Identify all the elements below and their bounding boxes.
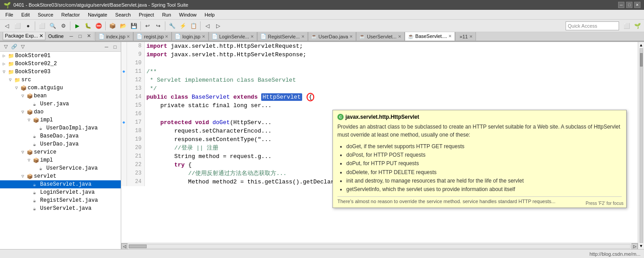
menu-item-search[interactable]: Search	[112, 11, 135, 18]
tree-item-3[interactable]: ▽📁src	[0, 76, 121, 84]
menu-item-navigate[interactable]: Navigate	[84, 11, 111, 18]
tab-close-3[interactable]: ✕	[250, 34, 254, 39]
tab-close-4[interactable]: ✕	[301, 34, 305, 39]
menu-item-edit[interactable]: Edit	[18, 11, 33, 18]
tree-item-5[interactable]: ▽📦bean	[0, 92, 121, 100]
bottom-scroll[interactable]: ◁ ▷	[121, 243, 638, 249]
toolbar-run-btn[interactable]: ▶	[72, 21, 82, 31]
tree-item-4[interactable]: ▽📦com.atguigu	[0, 84, 121, 92]
panel-close-btn[interactable]: ✕	[85, 32, 93, 40]
tab-close-8[interactable]: ✕	[469, 34, 473, 39]
editor-tab-5[interactable]: ☕UserDao.java✕	[308, 32, 357, 41]
toolbar-btn7[interactable]: 📦	[107, 21, 117, 31]
line-content-6[interactable]: public class BaseServlet extends HttpSer…	[144, 93, 638, 101]
tab-close-2[interactable]: ✕	[202, 34, 205, 39]
editor-tab-8[interactable]: »11✕	[455, 32, 476, 41]
line-content-5[interactable]: */	[144, 84, 638, 93]
sidebar-collapse-btn[interactable]: ▽	[2, 43, 10, 51]
toolbar-nav-fwd[interactable]: ▷	[213, 21, 223, 31]
sidebar-menu-btn[interactable]: ▽	[19, 43, 27, 51]
editor-tab-7[interactable]: ☕BaseServlet....✕	[405, 32, 455, 41]
toolbar-back-btn[interactable]: ◁	[2, 21, 12, 31]
editor-tab-0[interactable]: 📄index.jsp✕	[95, 32, 133, 41]
toolbar-btn10[interactable]: ↩	[143, 21, 152, 31]
title-bar-controls[interactable]: ─ □ ✕	[618, 2, 640, 8]
toolbar-btn2[interactable]: ●	[23, 21, 33, 31]
menu-item-help[interactable]: Help	[201, 11, 218, 18]
scroll-right-btn[interactable]: ▷	[632, 243, 638, 250]
right-scrollbar[interactable]: ▲ ▼	[638, 42, 644, 249]
panel-max-btn[interactable]: □	[76, 32, 84, 40]
toolbar-btn8[interactable]: 📂	[118, 21, 128, 31]
tab-close-5[interactable]: ✕	[349, 34, 353, 39]
scroll-down-btn[interactable]: ▼	[639, 244, 643, 248]
tree-item-7[interactable]: ▽📦dao	[0, 108, 121, 116]
line-content-3[interactable]: /**	[144, 67, 638, 76]
toolbar-btn3[interactable]: ⬜	[37, 21, 47, 31]
line-content-4[interactable]: * Servlet implementation class BaseServl…	[144, 76, 638, 84]
menu-item-project[interactable]: Project	[135, 11, 157, 18]
scroll-track-v[interactable]	[640, 48, 643, 243]
menu-item-refactor[interactable]: Refactor	[58, 11, 84, 18]
toolbar-nav-back[interactable]: ◁	[202, 21, 212, 31]
tree-item-9[interactable]: ☕UserDaoImpl.java	[0, 124, 121, 132]
tab-outline[interactable]: Outline	[46, 33, 66, 40]
toolbar-debug-btn[interactable]: 🐛	[83, 21, 93, 31]
line-content-7[interactable]: private static final long ser...	[144, 101, 638, 110]
tree-item-17[interactable]: ☕LoginServlet.java	[0, 188, 121, 196]
tree-item-18[interactable]: ☕RegistServlet.java	[0, 196, 121, 204]
editor-tab-3[interactable]: 📄LoginServle...✕	[209, 32, 257, 41]
toolbar-btn14[interactable]: 📋	[189, 21, 198, 31]
code-editor[interactable]: 8import javax.servlet.http.HttpServletRe…	[121, 42, 638, 243]
scroll-up-btn[interactable]: ▲	[639, 43, 643, 47]
toolbar-btn11[interactable]: ↪	[153, 21, 163, 31]
toolbar-btn15[interactable]: 🌱	[632, 21, 642, 31]
toolbar-btn6[interactable]: ⛔	[94, 21, 103, 31]
toolbar-btn4[interactable]: 🔍	[48, 21, 57, 31]
quick-access-box[interactable]: Quick Access	[566, 21, 619, 30]
tree-item-10[interactable]: ☕BaseDao.java	[0, 132, 121, 140]
editor-tab-1[interactable]: 📄regist.jsp✕	[133, 32, 172, 41]
tree-item-12[interactable]: ▽📦service	[0, 148, 121, 156]
toolbar-btn1[interactable]: ⬜	[12, 21, 22, 31]
scroll-track[interactable]	[128, 244, 631, 249]
scroll-left-btn[interactable]: ◁	[121, 243, 127, 250]
toolbar-btn5[interactable]: ⚙	[58, 21, 68, 31]
close-button[interactable]: ✕	[634, 2, 640, 8]
tab-package-explorer[interactable]: Package Exp... ✕	[3, 32, 45, 40]
menu-item-window[interactable]: Window	[176, 11, 200, 18]
tree-item-19[interactable]: ☕UserServlet.java	[0, 204, 121, 212]
editor-tab-4[interactable]: 📄RegistServle...✕	[257, 32, 308, 41]
scroll-thumb-v[interactable]	[640, 53, 643, 67]
tab-close-6[interactable]: ✕	[398, 34, 402, 39]
editor-tab-6[interactable]: ☕UserServlet...✕	[356, 32, 405, 41]
tab-close-1[interactable]: ✕	[165, 34, 168, 39]
tree-item-2[interactable]: ▽📁BookStore03	[0, 68, 121, 76]
tree-item-14[interactable]: ☕UserService.java	[0, 164, 121, 172]
scroll-thumb[interactable]	[129, 245, 147, 248]
menu-item-file[interactable]: File	[2, 11, 17, 18]
tree-item-1[interactable]: ▷📁BookStore02_2	[0, 60, 121, 68]
panel-min-btn[interactable]: ─	[67, 32, 75, 40]
tab-close-7[interactable]: ✕	[448, 34, 452, 38]
sidebar-link-btn[interactable]: 🔗	[10, 43, 18, 51]
line-content-0[interactable]: import javax.servlet.http.HttpServletReq…	[144, 42, 638, 50]
minimize-button[interactable]: ─	[618, 2, 624, 8]
menu-item-run[interactable]: Run	[159, 11, 175, 18]
tree-item-13[interactable]: ▽📦impl	[0, 156, 121, 164]
menu-item-source[interactable]: Source	[34, 11, 57, 18]
toolbar-btn13[interactable]: ⚡	[178, 21, 188, 31]
line-content-1[interactable]: import javax.servlet.http.HttpServletRes…	[144, 50, 638, 59]
sidebar-max-btn[interactable]: □	[111, 43, 119, 51]
tree-item-15[interactable]: ▽📦servlet	[0, 172, 121, 180]
tree-item-8[interactable]: ▽📦impl	[0, 116, 121, 124]
sidebar-min-btn[interactable]: ─	[103, 43, 111, 51]
toolbar-btn9[interactable]: 💾	[129, 21, 139, 31]
maximize-button[interactable]: □	[626, 2, 632, 8]
tree-item-0[interactable]: ▷📁BookStore01	[0, 52, 121, 60]
toolbar-btn12[interactable]: 🔧	[167, 21, 177, 31]
tab-close-0[interactable]: ✕	[127, 34, 130, 39]
tree-item-6[interactable]: ☕User.java	[0, 100, 121, 108]
line-content-2[interactable]	[144, 59, 638, 67]
toolbar-perspective-btn[interactable]: ⬜	[622, 21, 632, 31]
